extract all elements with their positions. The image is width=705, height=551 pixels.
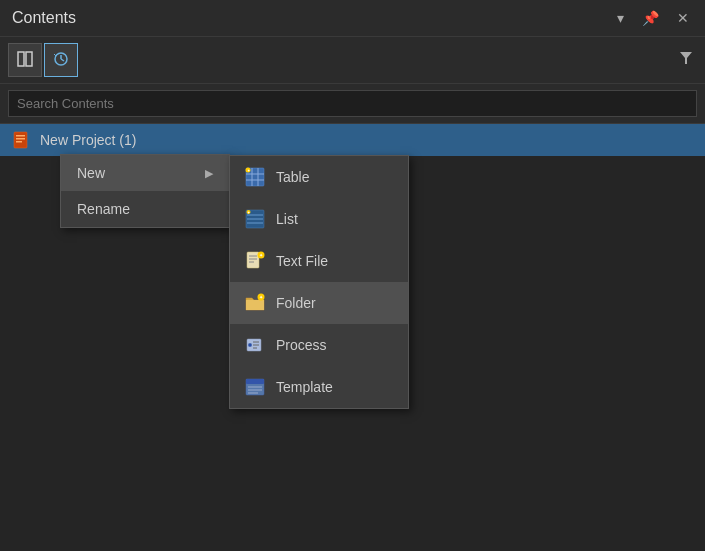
svg-rect-23: [247, 252, 259, 268]
svg-rect-7: [16, 135, 25, 137]
svg-rect-9: [16, 141, 22, 143]
process-icon: [244, 334, 266, 356]
table-icon: ✦: [244, 166, 266, 188]
template-label: Template: [276, 379, 333, 395]
ctx-new-label: New: [77, 165, 105, 181]
pin-button[interactable]: 📌: [638, 8, 663, 28]
list-icon: ✦: [244, 208, 266, 230]
title-actions: ▾ 📌 ✕: [613, 8, 693, 28]
submenu-list-item[interactable]: ✦ List: [230, 198, 408, 240]
project-tree-item[interactable]: New Project (1): [0, 124, 705, 156]
textfile-icon: ✦: [244, 250, 266, 272]
project-icon: [12, 130, 32, 150]
submenu: ✦ Table: [229, 155, 409, 409]
svg-rect-0: [18, 52, 24, 66]
svg-rect-1: [26, 52, 32, 66]
submenu-arrow-icon: ▶: [205, 167, 213, 180]
submenu-template-item[interactable]: Template: [230, 366, 408, 408]
search-bar: [0, 84, 705, 124]
svg-marker-5: [680, 52, 692, 64]
svg-rect-8: [16, 138, 25, 140]
svg-rect-38: [246, 379, 264, 384]
svg-text:✦: ✦: [259, 294, 263, 300]
toolbar: [0, 37, 705, 84]
pin-icon: 📌: [642, 10, 659, 26]
submenu-process-item[interactable]: Process: [230, 324, 408, 366]
close-button[interactable]: ✕: [673, 8, 693, 28]
panel-title: Contents: [12, 9, 76, 27]
search-input[interactable]: [8, 90, 697, 117]
history-icon: [53, 51, 69, 70]
context-menu-layer: New ▶ Rename: [60, 154, 230, 228]
filter-icon: [679, 51, 693, 68]
minimize-button[interactable]: ▾: [613, 8, 628, 28]
filter-button[interactable]: [675, 47, 697, 73]
submenu-folder-item[interactable]: ✦ Folder: [230, 282, 408, 324]
table-label: Table: [276, 169, 309, 185]
contents-panel: Contents ▾ 📌 ✕: [0, 0, 705, 551]
svg-rect-6: [14, 132, 27, 148]
svg-text:✦: ✦: [259, 252, 263, 258]
primary-context-menu: New ▶ Rename: [60, 154, 230, 228]
layout-button[interactable]: [8, 43, 42, 77]
history-button[interactable]: [44, 43, 78, 77]
textfile-label: Text File: [276, 253, 328, 269]
folder-icon: ✦: [244, 292, 266, 314]
layout-icon: [17, 51, 33, 70]
svg-line-4: [61, 59, 64, 61]
content-area: New Project (1) New ▶ Rename: [0, 124, 705, 551]
template-icon: [244, 376, 266, 398]
close-icon: ✕: [677, 10, 689, 26]
svg-point-33: [249, 344, 251, 346]
project-label: New Project (1): [40, 132, 136, 148]
ctx-rename-label: Rename: [77, 201, 130, 217]
submenu-textfile-item[interactable]: ✦ Text File: [230, 240, 408, 282]
ctx-rename-item[interactable]: Rename: [61, 191, 229, 227]
folder-label: Folder: [276, 295, 316, 311]
submenu-table-item[interactable]: ✦ Table: [230, 156, 408, 198]
process-label: Process: [276, 337, 327, 353]
title-bar: Contents ▾ 📌 ✕: [0, 0, 705, 37]
list-label: List: [276, 211, 298, 227]
ctx-new-item[interactable]: New ▶: [61, 155, 229, 191]
chevron-down-icon: ▾: [617, 10, 624, 26]
